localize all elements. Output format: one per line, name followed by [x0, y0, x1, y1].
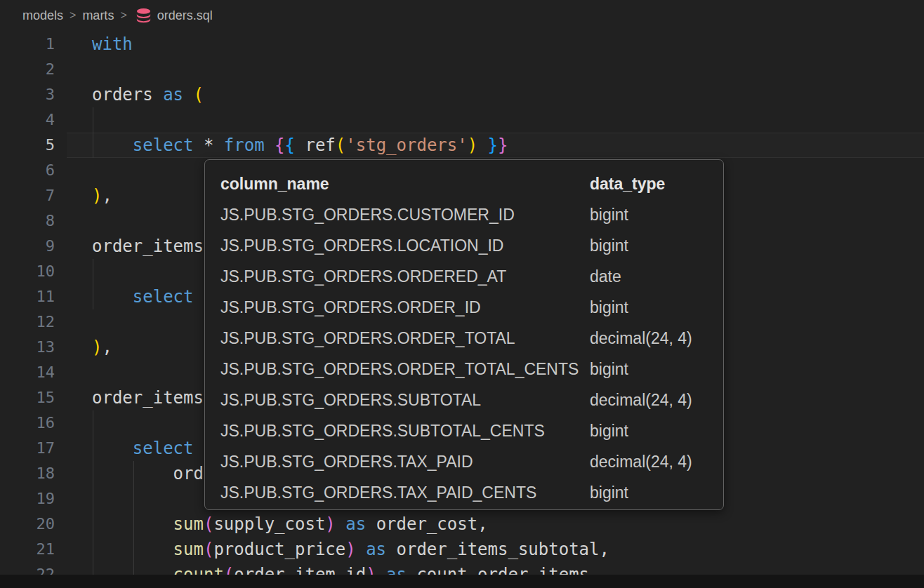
code-token: ) [468, 135, 477, 155]
code-line-1[interactable]: with [0, 32, 924, 57]
code-token: ord [173, 464, 204, 483]
code-token: ) [345, 540, 355, 559]
code-token: { [275, 135, 284, 155]
code-token [153, 85, 163, 105]
column-name-cell: JS.PUB.STG_ORDERS.TAX_PAID [220, 446, 590, 477]
column-name-cell: JS.PUB.STG_ORDERS.SUBTOTAL_CENTS [220, 415, 590, 446]
code-token [295, 135, 305, 155]
code-token: , [102, 186, 112, 206]
code-line-5[interactable]: select * from {{ ref('stg_orders') }} [0, 133, 924, 158]
breadcrumb-item-file[interactable]: orders.sql [157, 8, 213, 23]
code-token: ) [92, 186, 102, 206]
code-token [92, 287, 133, 307]
popup-header-data-type: data_type [590, 168, 708, 199]
data-type-cell: bigint [590, 230, 708, 261]
code-token: { [285, 135, 295, 155]
column-info-popup: column_name data_type JS.PUB.STG_ORDERS.… [204, 159, 724, 510]
breadcrumb: models > marts > orders.sql [0, 0, 924, 32]
breadcrumb-item-models[interactable]: models [22, 8, 63, 23]
code-token [92, 135, 133, 155]
data-type-cell: bigint [590, 199, 708, 230]
popup-row: JS.PUB.STG_ORDERS.SUBTOTAL_CENTSbigint [205, 415, 723, 446]
popup-row: JS.PUB.STG_ORDERS.ORDER_TOTAL_CENTSbigin… [205, 354, 723, 385]
code-token: order_items [92, 236, 204, 256]
code-token: ( [204, 514, 213, 534]
code-token [356, 540, 366, 559]
code-line-2[interactable] [0, 57, 924, 82]
chevron-right-icon: > [120, 9, 126, 22]
breadcrumb-item-marts[interactable]: marts [82, 8, 114, 23]
code-token [477, 135, 487, 155]
column-name-cell: JS.PUB.STG_ORDERS.ORDER_TOTAL [220, 323, 590, 354]
code-token: , [102, 338, 112, 357]
code-token [194, 135, 204, 155]
column-name-cell: JS.PUB.STG_ORDERS.CUSTOMER_ID [220, 199, 590, 230]
code-token [183, 85, 193, 105]
column-name-cell: JS.PUB.STG_ORDERS.SUBTOTAL [220, 385, 590, 415]
popup-row: JS.PUB.STG_ORDERS.ORDERED_ATdate [205, 261, 723, 292]
popup-row: JS.PUB.STG_ORDERS.TAX_PAIDdecimal(24, 4) [205, 446, 723, 477]
column-name-cell: JS.PUB.STG_ORDERS.LOCATION_ID [220, 230, 590, 261]
column-name-cell: JS.PUB.STG_ORDERS.ORDERED_AT [220, 261, 590, 292]
popup-row: JS.PUB.STG_ORDERS.ORDER_IDbigint [205, 292, 723, 323]
column-name-cell: JS.PUB.STG_ORDERS.ORDER_ID [220, 292, 590, 323]
data-type-cell: decimal(24, 4) [590, 385, 708, 415]
code-token: from [224, 135, 265, 155]
code-token [336, 514, 345, 534]
code-token [92, 540, 173, 559]
column-name-cell: JS.PUB.STG_ORDERS.TAX_PAID_CENTS [220, 477, 590, 508]
code-line-4[interactable] [0, 107, 924, 133]
popup-row: JS.PUB.STG_ORDERS.CUSTOMER_IDbigint [205, 199, 723, 230]
code-token: ref [305, 135, 335, 155]
code-token [92, 514, 173, 534]
code-token [92, 439, 133, 458]
code-token: 'stg_orders' [345, 135, 467, 155]
code-token [213, 135, 223, 155]
code-token: sum [173, 540, 204, 559]
code-line-20[interactable]: sum(supply_cost) as order_cost, [0, 512, 924, 537]
data-type-cell: bigint [590, 354, 708, 385]
code-token: ) [325, 514, 335, 534]
data-type-cell: decimal(24, 4) [590, 323, 708, 354]
popup-row: JS.PUB.STG_ORDERS.ORDER_TOTALdecimal(24,… [205, 323, 723, 354]
code-token [366, 514, 376, 534]
code-token: select [133, 439, 194, 458]
code-token: order_items [92, 388, 204, 408]
code-line-21[interactable]: sum(product_price) as order_items_subtot… [0, 537, 924, 562]
code-token: } [488, 135, 498, 155]
code-token: as [163, 85, 183, 105]
popup-header-column-name: column_name [220, 168, 590, 199]
data-type-cell: bigint [590, 477, 708, 508]
code-token: order_items_subtotal [397, 540, 600, 559]
code-token: } [498, 135, 508, 155]
data-type-cell: bigint [590, 292, 708, 323]
code-token: order_cost [376, 514, 478, 534]
code-token: select [133, 135, 194, 155]
code-token: as [366, 540, 386, 559]
code-token: ( [336, 135, 345, 155]
data-type-cell: bigint [590, 415, 708, 446]
code-token: select [133, 287, 194, 307]
code-token: sum [173, 514, 204, 534]
code-token: * [204, 135, 213, 155]
popup-row: JS.PUB.STG_ORDERS.LOCATION_IDbigint [205, 230, 723, 261]
code-token: as [345, 514, 366, 534]
popup-row: JS.PUB.STG_ORDERS.SUBTOTALdecimal(24, 4) [205, 385, 723, 415]
code-token: , [600, 540, 609, 559]
code-token: ( [194, 85, 204, 105]
code-token [265, 135, 275, 155]
code-token: with [92, 34, 133, 54]
popup-header-row: column_name data_type [205, 168, 723, 199]
code-token: orders [92, 85, 153, 105]
code-token: product_price [213, 540, 345, 559]
code-token [386, 540, 396, 559]
code-token: supply_cost [213, 514, 325, 534]
data-type-cell: decimal(24, 4) [590, 446, 708, 477]
popup-rows: JS.PUB.STG_ORDERS.CUSTOMER_IDbigintJS.PU… [205, 199, 723, 508]
chevron-right-icon: > [70, 9, 76, 22]
code-token: ( [204, 540, 213, 559]
code-line-3[interactable]: orders as ( [0, 82, 924, 107]
editor-bottom-edge [0, 575, 924, 588]
popup-row: JS.PUB.STG_ORDERS.TAX_PAID_CENTSbigint [205, 477, 723, 508]
code-token [92, 464, 173, 483]
